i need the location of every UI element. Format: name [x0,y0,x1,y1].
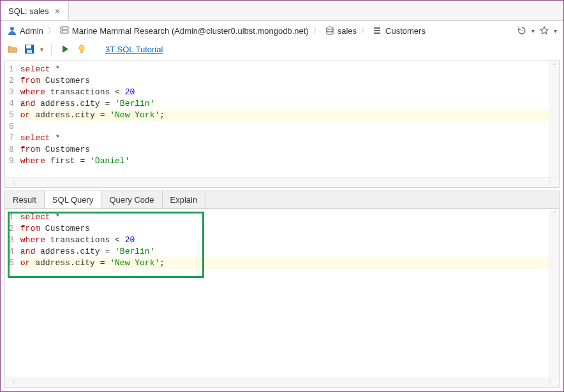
app-window: SQL: sales ✕ Admin 〉 Marine Mammal Resea… [0,0,564,392]
main-editor: 123456789 select *from Customerswhere tr… [4,61,560,188]
result-tab-query-code[interactable]: Query Code [101,191,162,208]
database-icon [325,25,335,36]
svg-point-3 [62,27,63,29]
code-line[interactable]: from Customers [20,223,555,235]
code-line[interactable]: where transactions < 20 [20,235,555,246]
line-number: 2 [9,223,14,235]
line-number: 5 [9,110,14,121]
line-number: 1 [9,212,14,223]
svg-point-9 [521,30,523,31]
svg-rect-7 [374,30,380,31]
svg-point-4 [62,31,63,33]
line-number: 8 [9,144,14,156]
horizontal-scrollbar[interactable]: 〈〉 [5,177,559,187]
breadcrumb-collection[interactable]: Customers [385,26,426,36]
breadcrumb-user[interactable]: Admin [20,26,43,36]
line-number: 2 [9,75,14,87]
svg-rect-11 [26,45,31,48]
user-icon [7,25,17,36]
lightbulb-icon[interactable] [76,43,87,55]
breadcrumb-actions: ▾ ▾ [516,25,557,36]
open-folder-icon[interactable] [7,43,19,55]
code-line[interactable] [20,121,555,133]
line-gutter: 12345 [5,209,17,377]
vertical-scrollbar[interactable]: ⌃ [549,209,559,377]
svg-rect-1 [61,27,68,29]
svg-rect-8 [374,33,380,34]
result-code-editor[interactable]: 12345 select *from Customerswhere transa… [5,209,559,377]
tutorial-link[interactable]: 3T SQL Tutorial [105,45,163,54]
code-line[interactable]: select * [20,212,555,223]
breadcrumb-database[interactable]: sales [338,26,357,36]
code-line[interactable]: or address.city = 'New York'; [20,258,555,269]
save-icon[interactable] [24,43,35,55]
code-line[interactable]: from Customers [20,75,555,87]
result-tab-bar: ResultSQL QueryQuery CodeExplain [4,191,560,209]
code-line[interactable]: from Customers [20,144,555,156]
toolbar-separator [51,43,52,55]
toolbar: ▾ 3T SQL Tutorial [1,40,563,61]
tab-label: SQL: sales [8,6,49,16]
code-line[interactable]: where transactions < 20 [20,87,555,98]
result-tab-explain[interactable]: Explain [163,191,206,208]
line-number: 9 [9,156,14,167]
horizontal-scrollbar[interactable]: 〈〉 [5,377,559,387]
line-number: 7 [9,133,14,144]
code-line[interactable]: and address.city = 'Berlin' [20,98,555,110]
chevron-down-icon[interactable]: ▾ [554,27,557,34]
svg-point-5 [327,27,333,29]
history-icon[interactable] [516,25,528,36]
code-area[interactable]: select *from Customerswhere transactions… [17,209,559,377]
line-number: 4 [9,98,14,110]
line-number: 5 [9,258,14,269]
svg-rect-12 [27,50,32,53]
line-number: 3 [9,87,14,98]
collection-icon [373,25,383,36]
vertical-scrollbar[interactable]: ⌃ [549,61,559,177]
chevron-down-icon[interactable]: ▾ [40,46,43,53]
breadcrumb-connection[interactable]: Marine Mammal Research (Admin@cluster0.u… [72,26,309,36]
close-icon[interactable]: ✕ [54,7,61,16]
line-gutter: 123456789 [5,61,17,177]
svg-rect-2 [61,31,68,33]
code-line[interactable]: select * [20,133,555,144]
chevron-down-icon[interactable]: ▾ [531,27,535,34]
code-editor[interactable]: 123456789 select *from Customerswhere tr… [5,61,559,177]
star-icon[interactable] [538,25,550,36]
code-line[interactable]: where first = 'Daniel' [20,156,555,167]
svg-rect-13 [81,52,83,53]
line-number: 4 [9,246,14,258]
line-number: 1 [9,64,14,75]
run-icon[interactable] [59,43,71,55]
code-line[interactable]: or address.city = 'New York'; [20,110,555,121]
code-area[interactable]: select *from Customerswhere transactions… [17,61,559,177]
server-icon [59,25,70,36]
tab-bar: SQL: sales ✕ [1,1,563,21]
tab-sql-sales[interactable]: SQL: sales ✕ [1,1,69,20]
result-panel: 12345 select *from Customerswhere transa… [4,209,560,388]
line-number: 6 [9,121,14,133]
breadcrumb-sep: 〉 [46,25,57,36]
svg-point-0 [10,27,14,31]
breadcrumb-sep: 〉 [359,25,370,36]
result-tab-sql-query[interactable]: SQL Query [45,191,102,208]
svg-rect-6 [374,27,380,29]
breadcrumb: Admin 〉 Marine Mammal Research (Admin@cl… [1,21,563,40]
code-line[interactable]: and address.city = 'Berlin' [20,246,555,258]
breadcrumb-sep: 〉 [311,25,322,36]
code-line[interactable]: select * [20,64,555,75]
line-number: 3 [9,235,14,246]
result-tab-result[interactable]: Result [5,191,45,208]
